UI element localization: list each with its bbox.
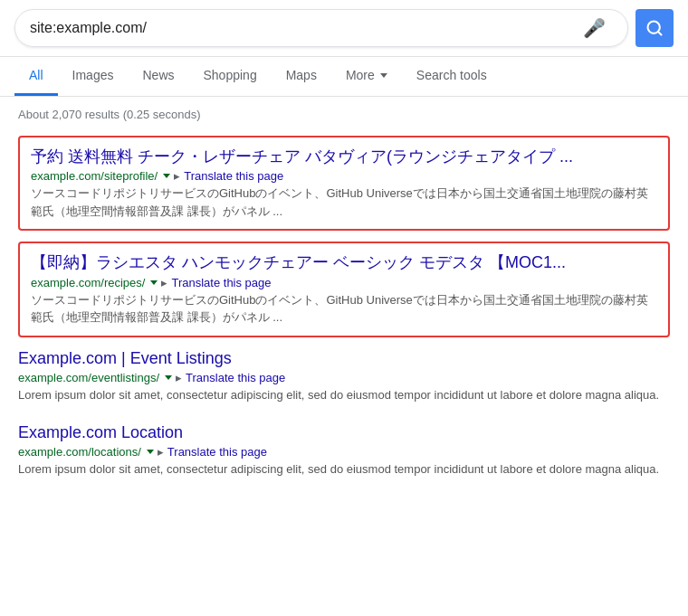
nav-tabs: All Images News Shopping Maps More Searc… [0,57,688,97]
result-item: Example.com Location example.com/locatio… [18,422,670,479]
result-snippet: ソースコードリポジトリサービスのGitHubのイベント、GitHub Unive… [31,185,657,220]
tab-shopping[interactable]: Shopping [189,57,272,96]
tab-news[interactable]: News [128,57,188,96]
result-title[interactable]: Example.com Location [18,422,670,443]
result-url: example.com/siteprofile/ [31,169,158,183]
result-url-line: example.com/eventlistings/ ▸ Translate t… [18,371,670,384]
search-input-wrapper: 🎤 [14,9,628,47]
search-bar: 🎤 [0,0,688,57]
results-stats: About 2,070 results (0.25 seconds) [18,108,670,121]
result-url-line: example.com/recipes/ ▸ Translate this pa… [31,276,657,289]
translate-link[interactable]: Translate this page [186,371,285,384]
result-title[interactable]: 【即納】ラシエスタ ハンモックチェアー ベーシック モデスタ 【MOC1... [31,252,657,273]
result-snippet: Lorem ipsum dolor sit amet, consectetur … [18,460,670,479]
result-url: example.com/locations/ [18,445,141,459]
translate-link[interactable]: Translate this page [171,276,271,289]
result-title[interactable]: Example.com | Event Listings [18,348,670,369]
result-url-line: example.com/locations/ ▸ Translate this … [18,445,670,459]
result-dropdown-arrow[interactable] [150,280,158,285]
result-item: 予約 送料無料 チーク・レザーチェア バタヴィア(ラウンジチェアタイプ ... … [18,136,670,231]
result-url: example.com/eventlistings/ [18,371,159,384]
result-item: Example.com | Event Listings example.com… [18,348,670,404]
result-snippet: ソースコードリポジトリサービスのGitHubのイベント、GitHub Unive… [31,291,657,327]
tab-search-tools[interactable]: Search tools [402,57,502,96]
tab-all[interactable]: All [14,57,58,96]
tab-images[interactable]: Images [58,57,129,96]
translate-link[interactable]: Translate this page [184,169,283,183]
result-url: example.com/recipes/ [31,276,145,289]
tab-more[interactable]: More [331,57,402,96]
result-title[interactable]: 予約 送料無料 チーク・レザーチェア バタヴィア(ラウンジチェアタイプ ... [31,147,657,167]
svg-line-1 [658,32,662,35]
search-icon [645,19,664,37]
search-input[interactable] [30,20,583,36]
tab-maps[interactable]: Maps [272,57,331,96]
result-dropdown-arrow[interactable] [165,375,172,380]
chevron-down-icon [380,73,387,78]
translate-link[interactable]: Translate this page [167,445,267,459]
mic-icon[interactable]: 🎤 [583,17,606,39]
result-dropdown-arrow[interactable] [163,174,170,178]
result-item: 【即納】ラシエスタ ハンモックチェアー ベーシック モデスタ 【MOC1... … [18,242,670,336]
search-button[interactable] [635,9,674,47]
result-url-line: example.com/siteprofile/ ▸ Translate thi… [31,169,657,183]
results-area: About 2,070 results (0.25 seconds) 予約 送料… [0,97,688,515]
result-snippet: Lorem ipsum dolor sit amet, consectetur … [18,386,670,404]
result-dropdown-arrow[interactable] [147,450,154,454]
